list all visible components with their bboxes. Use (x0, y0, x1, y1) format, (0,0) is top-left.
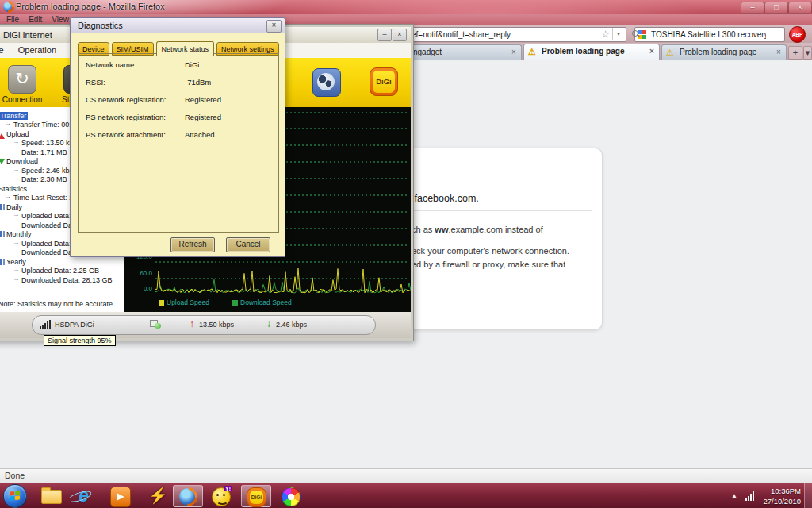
start-button[interactable] (3, 484, 27, 508)
taskbar-photo-gallery[interactable] (276, 485, 306, 507)
minimize-button[interactable]: – (741, 2, 764, 14)
network-connection-icon[interactable] (150, 320, 161, 329)
taskbar-yahoo-messenger[interactable]: Y! (206, 485, 236, 507)
tree-item-label: Data: 1.71 MB (21, 148, 67, 156)
firefox-window-title: Problem loading page - Mozilla Firefox (16, 2, 165, 11)
chart-icon (0, 258, 6, 266)
tab-problem-loading-page[interactable]: ⚠ Problem loading page (661, 44, 787, 60)
download-arrow-icon (266, 318, 271, 329)
firefox-icon (179, 488, 197, 506)
chart-icon (0, 230, 6, 238)
signal-bar (40, 326, 41, 329)
taskbar-windows-media-player[interactable]: ▶ (105, 485, 135, 507)
list-tabs-button[interactable]: ▾ (803, 46, 812, 60)
signal-strength-icon[interactable] (40, 320, 51, 329)
connection-icon (8, 65, 36, 94)
suggestion-post: .example.com instead of (448, 225, 542, 234)
tab-engadget[interactable]: ngadget (409, 44, 522, 60)
tree-item-label: Download (6, 157, 38, 165)
signal-bar (44, 323, 46, 329)
cancel-button[interactable]: Cancel (226, 237, 270, 252)
tab-network-status[interactable]: Network status (156, 41, 215, 56)
lightning-icon: ⚡ (148, 485, 168, 506)
tab-problem-loading-page-active[interactable]: ⚠ Problem loading page (523, 44, 660, 60)
dialog-title: Diagnostics (78, 21, 123, 30)
arrow-icon (13, 212, 21, 220)
network-name-text: HSDPA DiGi (55, 321, 94, 329)
upload-speed-text: 13.50 kbps (199, 321, 234, 329)
url-bar[interactable]: ☆ ▾ (409, 27, 626, 42)
error-page-card: .facebook.com. ch as ww.example.com inst… (396, 148, 603, 330)
search-bar[interactable] (634, 27, 785, 42)
tree-item[interactable]: Downloaded Data: 28.13 GB (0, 275, 124, 285)
close-button[interactable]: × (393, 29, 407, 41)
legend-download: Download Speed (232, 298, 292, 306)
error-suggestion-text: ch as ww.example.com instead of (412, 225, 543, 234)
y-tick-60: 60.0 (124, 270, 152, 277)
adblock-plus-icon[interactable]: ABP (789, 26, 806, 43)
restore-button[interactable]: □ (764, 2, 788, 14)
taskbar-digi-connect[interactable]: DiGi (241, 485, 271, 507)
url-input[interactable] (410, 28, 629, 41)
tree-item-label: Monthly (6, 230, 32, 238)
globe-icon[interactable] (312, 68, 341, 97)
status-done-text: Done (5, 471, 25, 480)
show-desktop-button[interactable] (804, 483, 812, 508)
diagnostic-row: PS network attachment: Attached (79, 130, 278, 141)
digi-window-title: DiGi Internet (3, 30, 52, 40)
digi-logo[interactable]: DiGi (370, 67, 398, 96)
diagnostic-row: Network name: DiGi (79, 60, 278, 71)
search-input[interactable] (649, 28, 768, 41)
download-icon (0, 157, 6, 165)
error-domain-text: .facebook.com. (412, 193, 479, 204)
media-player-icon: ▶ (110, 487, 131, 507)
flag-pane (10, 491, 14, 495)
digi-icon: DiGi (247, 487, 266, 507)
y-tick-0: 0.0 (124, 285, 152, 292)
refresh-button[interactable]: Refresh (170, 237, 215, 252)
firefox-titlebar[interactable]: Problem loading page - Mozilla Firefox (0, 0, 812, 14)
gicon-quad (642, 35, 646, 39)
tree-item-label: Yearly (6, 258, 26, 266)
diagnostic-label: RSSI: (86, 78, 105, 87)
download-legend-label: Download Speed (240, 298, 292, 306)
upload-icon (0, 130, 6, 138)
warning-icon: ⚠ (528, 46, 536, 57)
tree-item-label: Speed: 13.50 kbp (21, 139, 78, 147)
palette-icon (282, 487, 301, 506)
tab-close-icon[interactable] (647, 47, 657, 56)
tree-item[interactable]: Uploaded Data: 2.25 GB (0, 267, 124, 276)
tab-close-icon[interactable] (509, 48, 519, 57)
tree-item-label: Transfer (0, 112, 28, 120)
arrow-icon (13, 148, 21, 156)
taskbar-windows-explorer[interactable] (36, 485, 67, 507)
upload-legend-swatch (159, 300, 164, 306)
tree-item[interactable]: Yearly (0, 257, 124, 267)
toolbar-connection-button[interactable]: Connection (2, 65, 43, 104)
upload-arrow-icon (190, 318, 194, 329)
tray-hidden-icons-button[interactable]: ▲ (731, 492, 737, 499)
taskbar-firefox[interactable] (173, 485, 203, 507)
minimize-button[interactable]: – (377, 29, 392, 41)
bookmark-star-icon[interactable]: ☆ (601, 28, 610, 40)
menu-file[interactable]: File (0, 45, 11, 55)
error-check-text: eck your computer's network connection. (412, 246, 569, 256)
close-button[interactable]: × (788, 2, 812, 14)
search-magnifier-icon[interactable] (632, 30, 640, 38)
diagnostic-label: Network name: (86, 60, 136, 69)
tab-close-icon[interactable] (774, 48, 783, 57)
close-icon[interactable] (266, 20, 282, 33)
new-tab-button[interactable]: + (788, 46, 802, 60)
menu-operation[interactable]: Operation (11, 45, 63, 55)
taskbar-download-manager[interactable]: ⚡ (140, 485, 170, 507)
tree-item-label: Speed: 2.46 kbps (21, 167, 77, 175)
taskbar-internet-explorer[interactable]: e (70, 485, 100, 507)
taskbar-clock[interactable]: 10:36PM 27/10/2010 (745, 486, 801, 506)
url-dropdown-icon[interactable]: ▾ (612, 28, 624, 40)
tab-label: Problem loading page (680, 48, 773, 56)
error-firewall-text: ed by a firewall or proxy, make sure tha… (412, 260, 565, 269)
digi-icon-text: DiGi (250, 491, 263, 504)
dialog-titlebar[interactable]: Diagnostics (71, 18, 285, 33)
tree-item-label: Uploaded Data: 2.25 GB (21, 267, 99, 275)
clock-date: 27/10/2010 (745, 496, 801, 506)
